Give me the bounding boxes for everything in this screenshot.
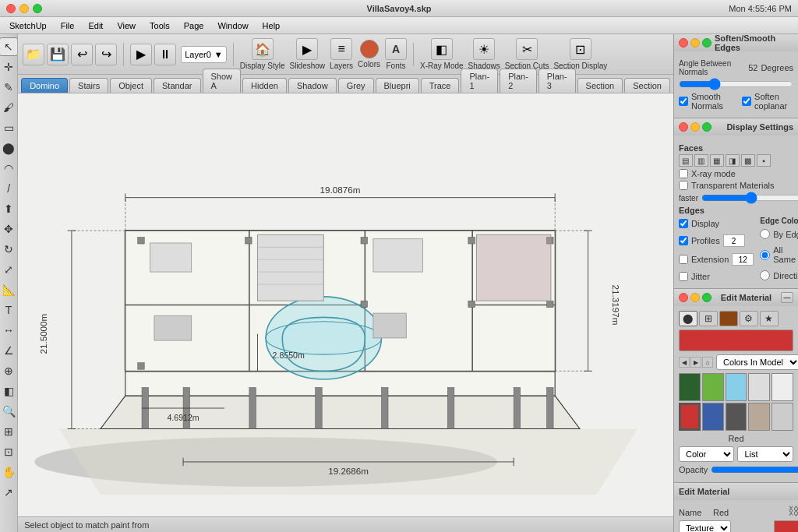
menu-window[interactable]: Window xyxy=(211,19,254,32)
face-mode-2[interactable]: ▥ xyxy=(694,154,708,167)
all-same-radio[interactable] xyxy=(760,250,770,260)
tab-shadow[interactable]: Shadow xyxy=(288,78,337,93)
push-pull-tool[interactable]: ⬆ xyxy=(0,199,18,218)
transparent-checkbox[interactable] xyxy=(679,181,688,190)
toolbar-icon-3[interactable]: ↩ xyxy=(71,44,93,65)
jitter-checkbox[interactable] xyxy=(679,272,688,281)
maximize-button[interactable] xyxy=(33,4,42,13)
rotate-tool[interactable]: ↻ xyxy=(0,240,18,259)
menu-file[interactable]: File xyxy=(55,19,81,32)
pan-tool[interactable]: ✋ xyxy=(0,463,18,481)
profiles-checkbox[interactable] xyxy=(679,236,688,245)
texture-dropdown[interactable]: Texture xyxy=(679,520,731,532)
display-close-btn[interactable] xyxy=(679,122,688,132)
viewport[interactable]: 19.0876m 21.3197m 21.5000m 19 xyxy=(18,93,673,516)
soften-coplanar-checkbox[interactable] xyxy=(742,97,751,106)
text-tool[interactable]: T xyxy=(0,301,18,319)
pause-button[interactable]: ⏸ xyxy=(154,44,176,65)
extension-input[interactable] xyxy=(732,253,754,266)
section-cuts-icon[interactable]: ✂ xyxy=(516,38,538,60)
xray-icon[interactable]: ◧ xyxy=(431,38,453,60)
nav-next[interactable]: ▶ xyxy=(690,357,701,368)
color-cell-6[interactable] xyxy=(726,403,747,431)
layers-icon[interactable]: ≡ xyxy=(330,38,352,60)
tape-tool[interactable]: 📐 xyxy=(0,280,18,299)
tab-hidden[interactable]: Hidden xyxy=(242,78,287,93)
zoom-extents-tool[interactable]: ⊡ xyxy=(0,442,18,461)
axes-tool[interactable]: ⊕ xyxy=(0,361,18,380)
tab-section2[interactable]: Section xyxy=(624,78,670,93)
color-type-dropdown[interactable]: Color xyxy=(679,446,735,462)
color-cell-2[interactable] xyxy=(726,373,747,401)
colors-in-model-dropdown[interactable]: Colors In Model xyxy=(716,354,798,370)
slideshow-icon[interactable]: ▶ xyxy=(296,38,318,60)
face-mode-6[interactable]: ▪ xyxy=(757,154,771,167)
protractor-tool[interactable]: ∠ xyxy=(0,341,18,360)
mat-tab-brown[interactable] xyxy=(719,311,738,326)
color-cell-8[interactable] xyxy=(772,403,793,431)
opacity-slider[interactable] xyxy=(711,465,798,474)
color-cell-3[interactable] xyxy=(748,373,770,401)
nav-prev[interactable]: ◀ xyxy=(679,357,690,368)
tab-section1[interactable]: Section xyxy=(577,78,623,93)
xray-checkbox[interactable] xyxy=(679,169,688,178)
face-mode-5[interactable]: ▩ xyxy=(741,154,755,167)
circle-tool[interactable]: ⬤ xyxy=(0,139,18,157)
zoom-tool[interactable]: 🔍 xyxy=(0,402,18,421)
section-tool[interactable]: ◧ xyxy=(0,382,18,400)
tab-plan2[interactable]: Plan-2 xyxy=(500,69,537,93)
color-cell-5[interactable] xyxy=(702,403,724,431)
menu-page[interactable]: Page xyxy=(178,19,210,32)
tab-standar[interactable]: Standar xyxy=(154,78,201,93)
dimension-tool[interactable]: ↔ xyxy=(0,321,18,340)
mat-tab-star[interactable]: ★ xyxy=(760,311,779,326)
by-edge-radio[interactable] xyxy=(760,229,770,239)
color-cell-red[interactable] xyxy=(679,403,701,431)
menu-tools[interactable]: Tools xyxy=(143,19,176,32)
colors-swatch[interactable] xyxy=(360,40,379,58)
rectangle-tool[interactable]: ▭ xyxy=(0,118,18,137)
scale-tool[interactable]: ⤢ xyxy=(0,260,18,279)
color-cell-7[interactable] xyxy=(748,403,770,431)
face-mode-4[interactable]: ◨ xyxy=(726,154,740,167)
soften-header-buttons[interactable] xyxy=(679,38,711,48)
tab-grey[interactable]: Grey xyxy=(338,78,374,93)
orbit-tool[interactable]: ↗ xyxy=(0,483,18,502)
tab-plan1[interactable]: Plan-1 xyxy=(461,69,498,93)
move-tool[interactable]: ✥ xyxy=(0,220,18,238)
section-display-icon[interactable]: ⊡ xyxy=(570,38,591,60)
face-mode-1[interactable]: ▤ xyxy=(679,154,693,167)
tab-bluepri[interactable]: Bluepri xyxy=(376,78,419,93)
tab-showa[interactable]: Show A xyxy=(203,69,242,93)
toolbar-icon-2[interactable]: 💾 xyxy=(47,44,69,65)
menu-edit[interactable]: Edit xyxy=(82,19,109,32)
tab-plan3[interactable]: Plan-3 xyxy=(538,69,576,93)
layer-selector[interactable]: Layer0 ▼ xyxy=(181,46,227,63)
toolbar-icon-1[interactable]: 📁 xyxy=(23,44,44,65)
eraser-tool[interactable]: ✎ xyxy=(0,78,18,97)
mat-close-btn[interactable] xyxy=(679,293,688,302)
tab-stairs[interactable]: Stairs xyxy=(69,78,108,93)
extension-checkbox[interactable] xyxy=(679,255,688,264)
color-cell-1[interactable] xyxy=(702,373,724,401)
menu-view[interactable]: View xyxy=(111,19,142,32)
display-checkbox[interactable] xyxy=(679,219,688,228)
mat-tab-circle[interactable]: ⬤ xyxy=(679,311,697,326)
display-max-btn[interactable] xyxy=(702,122,711,132)
profiles-input[interactable] xyxy=(723,234,745,247)
color-cell-4[interactable] xyxy=(772,373,793,401)
mat-tab-grid[interactable]: ⊞ xyxy=(699,311,718,326)
select-tool[interactable]: ↖ xyxy=(0,37,18,56)
direction-radio[interactable] xyxy=(760,270,770,280)
fonts-icon[interactable]: A xyxy=(385,38,407,60)
quality-slider[interactable] xyxy=(701,193,798,203)
nav-home[interactable]: ⌂ xyxy=(702,357,713,368)
mat-collapse-btn[interactable]: — xyxy=(781,292,793,303)
soften-max-btn[interactable] xyxy=(702,38,711,48)
mat-header-buttons[interactable] xyxy=(679,293,711,302)
line-tool[interactable]: / xyxy=(0,179,18,198)
color-cell-0[interactable] xyxy=(679,373,701,401)
tab-domino[interactable]: Domino xyxy=(21,78,68,93)
mat-tab-gear[interactable]: ⚙ xyxy=(740,311,758,326)
soften-close-btn[interactable] xyxy=(679,38,688,48)
